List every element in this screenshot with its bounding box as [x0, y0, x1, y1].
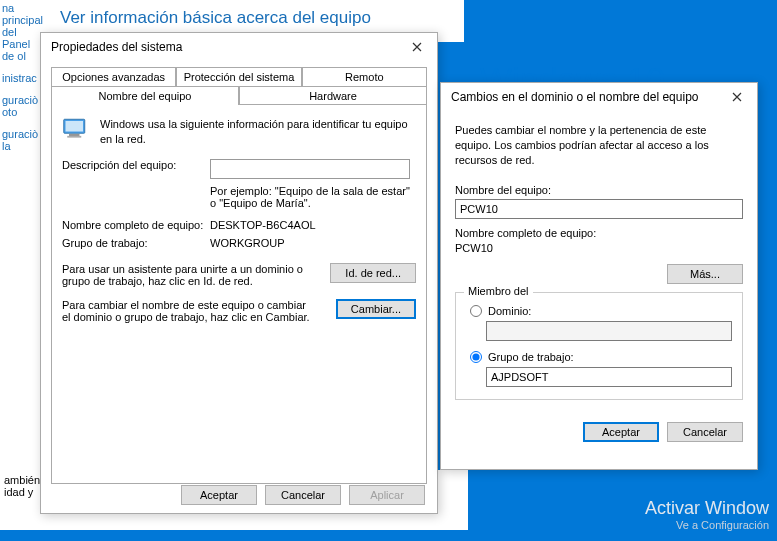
- domain-label: Dominio:: [488, 305, 531, 317]
- system-properties-dialog: Propiedades del sistema Opciones avanzad…: [40, 32, 438, 514]
- workgroup-label: Grupo de trabajo:: [62, 237, 210, 249]
- activate-windows-watermark: Activar Window Ve a Configuración: [645, 498, 769, 531]
- ok-button[interactable]: Aceptar: [181, 485, 257, 505]
- svg-rect-2: [69, 134, 80, 136]
- domain-radio[interactable]: [470, 305, 482, 317]
- tab-hardware[interactable]: Hardware: [239, 86, 427, 105]
- member-of-group: Miembro del Dominio: Grupo de trabajo:: [455, 292, 743, 400]
- intro-text: Puedes cambiar el nombre y la pertenenci…: [455, 123, 743, 168]
- description-label: Descripción del equipo:: [62, 159, 210, 179]
- fullname-label: Nombre completo de equipo:: [455, 227, 743, 239]
- tab-advanced[interactable]: Opciones avanzadas: [51, 67, 176, 86]
- description-input[interactable]: [210, 159, 410, 179]
- dialog-title: Cambios en el dominio o el nombre del eq…: [451, 90, 698, 104]
- close-icon[interactable]: [407, 37, 427, 57]
- domain-name-change-dialog: Cambios en el dominio o el nombre del eq…: [440, 82, 758, 470]
- network-id-button[interactable]: Id. de red...: [330, 263, 416, 283]
- change-helptext: Para cambiar el nombre de este equipo o …: [62, 299, 312, 323]
- domain-input[interactable]: [486, 321, 732, 341]
- tab-protection[interactable]: Protección del sistema: [176, 67, 301, 86]
- control-panel-sidebar: na principal del Panel de ol inistrac gu…: [0, 0, 44, 470]
- workgroup-value: WORKGROUP: [210, 237, 285, 249]
- tab-computer-name[interactable]: Nombre del equipo: [51, 86, 239, 105]
- svg-rect-3: [67, 136, 81, 138]
- example-text: Por ejemplo: "Equipo de la sala de estar…: [210, 185, 416, 209]
- apply-button[interactable]: Aplicar: [349, 485, 425, 505]
- workgroup-label: Grupo de trabajo:: [488, 351, 574, 363]
- computer-name-label: Nombre del equipo:: [455, 184, 743, 196]
- computer-icon: [62, 117, 90, 139]
- dialog-titlebar[interactable]: Propiedades del sistema: [41, 33, 437, 61]
- svg-rect-1: [66, 121, 84, 132]
- cancel-button[interactable]: Cancelar: [667, 422, 743, 442]
- workgroup-radio[interactable]: [470, 351, 482, 363]
- cancel-button[interactable]: Cancelar: [265, 485, 341, 505]
- tab-remote[interactable]: Remoto: [302, 67, 427, 86]
- computer-name-input[interactable]: [455, 199, 743, 219]
- workgroup-input[interactable]: [486, 367, 732, 387]
- dialog-titlebar[interactable]: Cambios en el dominio o el nombre del eq…: [441, 83, 757, 111]
- change-button[interactable]: Cambiar...: [336, 299, 416, 319]
- intro-text: Windows usa la siguiente información par…: [100, 117, 416, 147]
- close-icon[interactable]: [727, 87, 747, 107]
- more-button[interactable]: Más...: [667, 264, 743, 284]
- netid-helptext: Para usar un asistente para unirte a un …: [62, 263, 312, 287]
- dialog-title: Propiedades del sistema: [51, 40, 182, 54]
- member-of-legend: Miembro del: [464, 285, 533, 297]
- ok-button[interactable]: Aceptar: [583, 422, 659, 442]
- fullname-value: DESKTOP-B6C4AOL: [210, 219, 316, 231]
- fullname-value: PCW10: [455, 242, 743, 254]
- fullname-label: Nombre completo de equipo:: [62, 219, 210, 231]
